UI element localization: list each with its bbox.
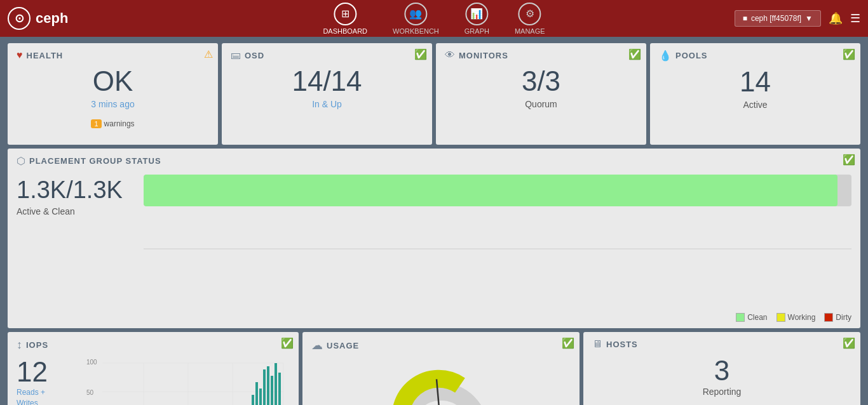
monitors-title: MONITORS bbox=[459, 51, 508, 60]
logo-icon: ⊙ bbox=[8, 7, 31, 30]
user-label: ceph [ff45078f] bbox=[751, 14, 801, 23]
svg-rect-12 bbox=[255, 382, 258, 405]
hosts-sub: Reporting bbox=[592, 387, 851, 397]
health-card-header: HEALTH bbox=[17, 50, 209, 61]
health-warning-check: ⚠ bbox=[204, 48, 213, 60]
pg-card-header: ⬡ PLACEMENT GROUP STATUS bbox=[17, 155, 851, 167]
notifications-bell-icon[interactable]: 🔔 bbox=[829, 11, 843, 25]
pools-value: 14 bbox=[659, 67, 851, 97]
hosts-value: 3 bbox=[592, 355, 851, 387]
nav-workbench[interactable]: 👥 WORKBENCH bbox=[386, 0, 445, 37]
svg-rect-18 bbox=[278, 373, 281, 405]
user-icon: ■ bbox=[743, 14, 747, 23]
svg-rect-11 bbox=[252, 395, 254, 405]
top-navigation: ⊙ ceph ⊞ DASHBOARD 👥 WORKBENCH 📊 GRAPH ⚙… bbox=[0, 0, 868, 37]
health-sub: 3 mins ago bbox=[17, 99, 209, 109]
pg-content: 1.3K/1.3K Active & Clean Clean bbox=[17, 172, 851, 322]
pg-legend: Clean Working Dirty bbox=[144, 313, 851, 322]
nav-right: ■ ceph [ff45078f] ▼ 🔔 ☰ bbox=[735, 10, 860, 27]
usage-gauge-svg: 1.4Tb 675.9Gb Used bbox=[384, 360, 498, 405]
health-warnings: 1 warnings bbox=[17, 119, 209, 128]
monitors-card: 👁 MONITORS ✅ 3/3 Quorum bbox=[436, 43, 646, 145]
iops-card: ↕ IOPS ✅ 12 Reads + Writes 100 50 bbox=[8, 332, 299, 405]
iops-value: 12 bbox=[17, 357, 80, 387]
monitors-icon: 👁 bbox=[445, 50, 455, 61]
dashboard-label: DASHBOARD bbox=[323, 27, 367, 35]
hosts-card: 🖥 HOSTS ✅ 3 Reporting 3 MON/3 OSD bbox=[583, 332, 860, 405]
graph-icon: 📊 bbox=[465, 3, 488, 25]
monitors-check-icon: ✅ bbox=[628, 48, 641, 60]
workbench-icon: 👥 bbox=[404, 3, 427, 25]
svg-text:100: 100 bbox=[86, 359, 97, 366]
svg-rect-15 bbox=[267, 366, 269, 405]
user-menu-button[interactable]: ■ ceph [ff45078f] ▼ bbox=[735, 10, 821, 27]
pools-icon: 💧 bbox=[659, 50, 672, 62]
manage-label: MANAGE bbox=[515, 27, 545, 35]
monitors-sub: Quorum bbox=[445, 99, 637, 109]
warning-badge: 1 bbox=[91, 119, 101, 128]
usage-content: 1.4Tb 675.9Gb Used bbox=[311, 357, 571, 405]
osd-icon: 🖴 bbox=[231, 50, 241, 61]
legend-dirty-color bbox=[824, 313, 833, 322]
manage-icon: ⚙ bbox=[519, 3, 541, 25]
nav-manage[interactable]: ⚙ MANAGE bbox=[508, 0, 552, 37]
iops-icon: ↕ bbox=[17, 338, 22, 352]
pg-status-card: ⬡ PLACEMENT GROUP STATUS ✅ 1.3K/1.3K Act… bbox=[8, 149, 860, 328]
usage-card: ☁ USAGE ✅ 1.4Tb 675.9Gb Used bbox=[302, 332, 580, 405]
svg-rect-14 bbox=[263, 369, 266, 405]
iops-card-header: ↕ IOPS bbox=[17, 338, 290, 352]
iops-sub-line1: Reads + bbox=[17, 388, 45, 397]
hosts-monitor-icon: 🖥 bbox=[592, 338, 602, 350]
bottom-cards-row: ↕ IOPS ✅ 12 Reads + Writes 100 50 bbox=[8, 332, 860, 405]
iops-check-icon: ✅ bbox=[281, 337, 294, 349]
osd-card-header: 🖴 OSD bbox=[231, 50, 423, 61]
pg-sub: Active & Clean bbox=[17, 206, 131, 216]
hamburger-menu-icon[interactable]: ☰ bbox=[850, 11, 860, 25]
legend-dirty: Dirty bbox=[824, 313, 851, 322]
iops-title: IOPS bbox=[26, 340, 48, 350]
pg-bar-container bbox=[144, 175, 851, 206]
nav-graph[interactable]: 📊 GRAPH bbox=[458, 0, 496, 37]
nav-center: ⊞ DASHBOARD 👥 WORKBENCH 📊 GRAPH ⚙ MANAGE bbox=[316, 0, 551, 37]
warning-label: warnings bbox=[104, 119, 135, 128]
usage-cloud-icon: ☁ bbox=[311, 338, 323, 352]
osd-check-icon: ✅ bbox=[414, 48, 427, 60]
pools-sub: Active bbox=[659, 100, 851, 110]
svg-text:50: 50 bbox=[86, 389, 94, 396]
health-card: HEALTH ⚠ OK 3 mins ago 1 warnings bbox=[8, 43, 218, 145]
osd-card: 🖴 OSD ✅ 14/14 In & Up bbox=[222, 43, 432, 145]
hosts-card-header: 🖥 HOSTS bbox=[592, 338, 851, 350]
legend-clean-label: Clean bbox=[747, 313, 767, 322]
pg-value: 1.3K/1.3K bbox=[17, 177, 131, 204]
legend-dirty-label: Dirty bbox=[836, 313, 851, 322]
legend-clean: Clean bbox=[736, 313, 767, 322]
workbench-label: WORKBENCH bbox=[393, 27, 439, 35]
iops-content: 12 Reads + Writes 100 50 0 bbox=[17, 357, 290, 405]
pg-check-icon: ✅ bbox=[843, 154, 855, 166]
iops-chart: 100 50 0 bbox=[86, 357, 290, 405]
health-value: OK bbox=[17, 66, 209, 96]
iops-sub: Reads + Writes bbox=[17, 387, 80, 405]
pools-title: POOLS bbox=[675, 51, 708, 60]
iops-left: 12 Reads + Writes bbox=[17, 357, 80, 405]
osd-value: 14/14 bbox=[231, 66, 423, 96]
dropdown-arrow-icon: ▼ bbox=[805, 14, 813, 23]
pg-left: 1.3K/1.3K Active & Clean bbox=[17, 172, 131, 219]
legend-working-label: Working bbox=[788, 313, 816, 322]
legend-working: Working bbox=[776, 313, 816, 322]
pools-card: 💧 POOLS ✅ 14 Active bbox=[650, 43, 860, 145]
legend-clean-color bbox=[736, 313, 745, 322]
pg-bar-clean bbox=[144, 175, 837, 206]
legend-working-color bbox=[776, 313, 785, 322]
hosts-title: HOSTS bbox=[606, 340, 638, 349]
nav-dashboard[interactable]: ⊞ DASHBOARD bbox=[316, 0, 374, 37]
pg-chart-area bbox=[144, 211, 851, 249]
monitors-card-header: 👁 MONITORS bbox=[445, 50, 637, 61]
logo: ⊙ ceph bbox=[8, 7, 68, 30]
dashboard-icon: ⊞ bbox=[334, 3, 356, 25]
monitors-value: 3/3 bbox=[445, 66, 637, 96]
iops-sub-line2: Writes bbox=[17, 399, 38, 405]
dashboard-content: HEALTH ⚠ OK 3 mins ago 1 warnings 🖴 OSD … bbox=[0, 37, 868, 405]
usage-check-icon: ✅ bbox=[562, 337, 574, 349]
svg-rect-16 bbox=[271, 376, 273, 405]
